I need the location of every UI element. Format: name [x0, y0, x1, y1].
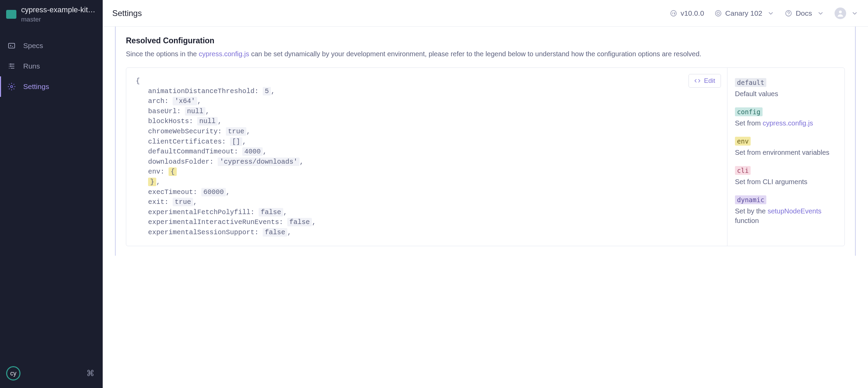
legend-link[interactable]: setupNodeEvents	[768, 207, 822, 215]
nav: Specs Runs Settings	[0, 29, 103, 360]
sidebar-item-runs[interactable]: Runs	[0, 56, 103, 76]
sidebar-item-specs[interactable]: Specs	[0, 35, 103, 56]
cypress-icon	[670, 10, 677, 17]
legend-item: dynamicSet by the setupNodeEvents functi…	[735, 195, 837, 225]
docs-icon	[785, 10, 792, 17]
docs-link[interactable]: Docs	[785, 9, 824, 17]
sidebar-footer: cy ⌘	[0, 360, 103, 388]
config-legend: defaultDefault valuesconfigSet from cypr…	[727, 68, 844, 246]
svg-rect-0	[9, 43, 15, 48]
config-code: Edit { animationDistanceThreshold: 5, ar…	[126, 68, 727, 246]
code-icon	[694, 78, 700, 84]
legend-desc: Set from cypress.config.js	[735, 118, 837, 128]
project-branch: master	[21, 16, 97, 23]
project-name: cypress-example-kitch…	[21, 5, 97, 14]
project-header[interactable]: cypress-example-kitch… master	[0, 0, 103, 29]
svg-point-1	[10, 64, 11, 64]
specs-icon	[8, 42, 16, 50]
config-file-link[interactable]: cypress.config.js	[199, 50, 249, 58]
page-title: Settings	[112, 9, 142, 18]
legend-item: configSet from cypress.config.js	[735, 107, 837, 128]
legend-badge: cli	[735, 166, 751, 175]
legend-badge: config	[735, 107, 763, 116]
chevron-down-icon	[767, 10, 775, 17]
legend-badge: dynamic	[735, 195, 766, 204]
svg-point-2	[10, 66, 11, 66]
sidebar-item-label: Settings	[23, 83, 49, 91]
sidebar-item-label: Runs	[23, 62, 40, 70]
legend-desc: Set from CLI arguments	[735, 177, 837, 186]
svg-point-3	[11, 86, 13, 88]
legend-desc: Set from environment variables	[735, 148, 837, 157]
user-menu[interactable]	[835, 8, 858, 19]
avatar	[835, 8, 846, 19]
legend-item: envSet from environment variables	[735, 137, 837, 157]
runs-icon	[8, 62, 16, 70]
edit-button[interactable]: Edit	[689, 74, 721, 88]
browser-icon	[714, 10, 722, 17]
svg-point-6	[717, 12, 719, 14]
legend-desc: Set by the setupNodeEvents function	[735, 206, 837, 225]
chevron-down-icon	[817, 10, 824, 17]
settings-icon	[8, 83, 16, 91]
legend-badge: default	[735, 78, 766, 87]
browser-selector[interactable]: Canary 102	[714, 9, 775, 17]
project-icon	[6, 10, 16, 19]
version-badge[interactable]: v10.0.0	[670, 9, 704, 17]
svg-point-4	[670, 10, 676, 16]
keyboard-shortcut-icon[interactable]: ⌘	[86, 369, 95, 378]
legend-desc: Default values	[735, 89, 837, 99]
cypress-logo[interactable]: cy	[6, 366, 20, 380]
chevron-down-icon	[851, 10, 858, 17]
section-description: Since the options in the cypress.config.…	[126, 49, 845, 59]
config-panel: Edit { animationDistanceThreshold: 5, ar…	[126, 68, 845, 246]
svg-point-8	[839, 11, 842, 13]
svg-point-5	[715, 10, 721, 16]
content: Resolved Configuration Since the options…	[103, 27, 868, 388]
legend-item: cliSet from CLI arguments	[735, 166, 837, 186]
topbar: Settings v10.0.0 Canary 102 Docs	[103, 0, 868, 27]
sidebar-item-settings[interactable]: Settings	[0, 76, 103, 97]
sidebar-item-label: Specs	[23, 42, 43, 50]
sidebar: cypress-example-kitch… master Specs Runs…	[0, 0, 103, 388]
legend-badge: env	[735, 137, 751, 146]
section-title: Resolved Configuration	[126, 36, 845, 45]
legend-item: defaultDefault values	[735, 78, 837, 99]
main: Settings v10.0.0 Canary 102 Docs	[103, 0, 868, 388]
legend-link[interactable]: cypress.config.js	[763, 119, 813, 127]
